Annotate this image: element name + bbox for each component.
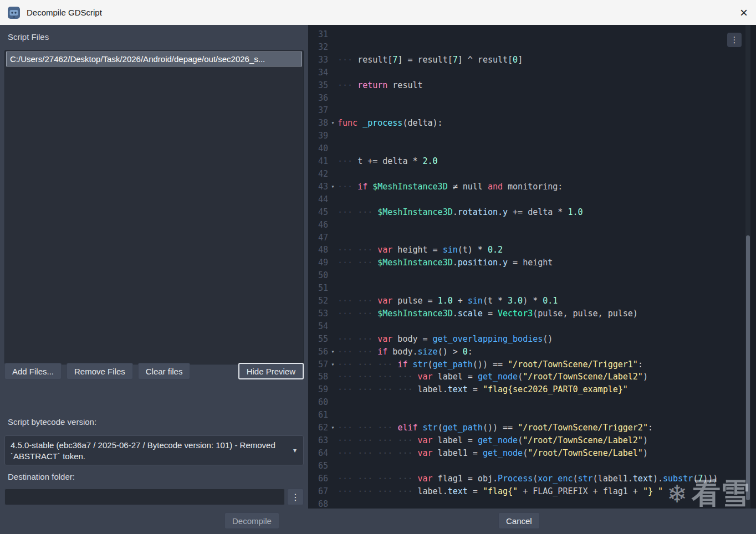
code-token: str	[578, 474, 593, 484]
line-number: 32	[308, 41, 328, 54]
script-preview-editor[interactable]: 313233··· result[7] = result[7] ^ result…	[308, 25, 756, 509]
code-line: 53··· ··· $MeshInstance3D.scale = Vector…	[308, 307, 744, 320]
bytecode-version-value: 4.5.0-stable (ebc36a7 / 2025-06-27 / Byt…	[11, 440, 275, 461]
code-token: (label1.	[593, 474, 633, 484]
fold-arrow-icon[interactable]: ▾	[328, 346, 338, 358]
app-icon	[7, 6, 21, 19]
bytecode-version-label: Script bytecode version:	[8, 417, 96, 427]
fold-arrow-icon[interactable]: ▾	[328, 117, 338, 130]
code-token: str	[423, 423, 438, 433]
destination-folder-input[interactable]	[4, 489, 285, 505]
code-token	[357, 118, 362, 128]
clear-files-button[interactable]: Clear files	[138, 363, 191, 379]
code-text: ··· ··· $MeshInstance3D.position.y = hei…	[338, 256, 553, 269]
tab-indent-marker: ···	[338, 360, 357, 369]
line-number: 60	[308, 396, 328, 409]
code-token: var	[377, 334, 392, 344]
code-token: "/root/TownScene/Label"	[528, 448, 643, 458]
fold-gutter	[328, 371, 338, 383]
tab-indent-marker: ···	[357, 207, 377, 217]
fold-gutter	[328, 409, 338, 422]
code-token: .	[453, 258, 458, 268]
code-token: if	[377, 347, 387, 357]
code-token: 7	[698, 474, 703, 484]
code-token: (	[518, 372, 523, 382]
code-token: .	[453, 309, 458, 319]
editor-scrollbar-thumb[interactable]	[746, 235, 750, 500]
fold-gutter	[328, 92, 338, 105]
line-number: 48	[308, 244, 328, 256]
code-line: 68	[308, 498, 744, 509]
code-token: "/root/TownScene/Trigger2"	[518, 423, 648, 433]
code-token: var	[418, 372, 433, 382]
close-icon[interactable]: ×	[740, 6, 748, 19]
code-token: )	[643, 435, 648, 445]
code-line: 63··· ··· ··· ··· var label = get_node("…	[308, 434, 744, 447]
remove-files-button[interactable]: Remove Files	[67, 363, 133, 379]
line-number: 37	[308, 104, 328, 117]
bytecode-version-dropdown[interactable]: 4.5.0-stable (ebc36a7 / 2025-06-27 / Byt…	[4, 435, 304, 465]
file-buttons-row: Add Files... Remove Files Clear files	[4, 363, 190, 379]
code-line: 47	[308, 232, 744, 244]
file-list-item[interactable]: C:/Users/27462/Desktop/Task/2026/Android…	[6, 52, 302, 66]
fold-arrow-icon[interactable]: ▾	[328, 181, 338, 193]
fold-arrow-icon[interactable]: ▾	[328, 358, 338, 371]
code-token: ()) ==	[483, 423, 518, 433]
code-token: pulse =	[392, 296, 437, 306]
line-number: 40	[308, 142, 328, 155]
line-number: 53	[308, 307, 328, 320]
tab-indent-marker: ···	[397, 474, 417, 484]
code-token: var	[418, 435, 433, 445]
code-line: 51	[308, 282, 744, 295]
tab-indent-marker: ···	[338, 334, 357, 344]
line-number: 54	[308, 320, 328, 333]
decompile-gdscript-dialog: Decompile GDScript × Script Files C:/Use…	[0, 0, 756, 534]
code-token: (	[693, 474, 698, 484]
fold-arrow-icon[interactable]: ▾	[328, 422, 338, 434]
code-token: += delta *	[508, 207, 568, 217]
tab-indent-marker: ···	[377, 435, 397, 445]
code-token: 1.0	[568, 207, 583, 217]
code-line: 45··· ··· $MeshInstance3D.rotation.y += …	[308, 206, 744, 219]
code-token: sin	[468, 296, 483, 306]
code-token: (	[428, 360, 433, 369]
code-text: ··· ··· ··· ··· var label = get_node("/r…	[338, 371, 648, 383]
fold-gutter	[328, 54, 338, 66]
browse-folder-kebab-icon[interactable]: ⋮	[287, 489, 304, 505]
hide-preview-button[interactable]: Hide Preview	[238, 363, 304, 379]
fold-gutter	[328, 232, 338, 244]
code-token: ()	[543, 334, 553, 344]
code-token: =	[468, 384, 483, 394]
code-token: result	[387, 80, 422, 90]
code-line: 36	[308, 92, 744, 105]
code-token: () >	[438, 347, 463, 357]
script-files-label: Script Files	[8, 32, 49, 42]
tab-indent-marker: ···	[338, 258, 357, 268]
tab-indent-marker: ···	[338, 474, 357, 484]
decompile-button[interactable]: Decompile	[224, 512, 279, 529]
editor-menu-kebab-icon[interactable]: ⋮	[727, 33, 742, 47]
code-line: 33··· result[7] = result[7] ^ result[0]	[308, 54, 744, 66]
script-file-list[interactable]: C:/Users/27462/Desktop/Task/2026/Android…	[4, 50, 304, 364]
code-token: 3.0	[508, 296, 523, 306]
code-line: 59··· ··· ··· ··· label.text = "flag{sec…	[308, 383, 744, 396]
code-token: ).	[653, 474, 663, 484]
fold-gutter	[328, 168, 338, 181]
code-token: (	[518, 435, 523, 445]
line-number: 59	[308, 383, 328, 396]
code-line: 41··· t += delta * 2.0	[308, 155, 744, 168]
code-line: 55··· ··· var body = get_overlapping_bod…	[308, 333, 744, 346]
tab-indent-marker: ···	[397, 448, 417, 458]
tab-indent-marker: ···	[357, 384, 377, 394]
code-line: 43▾··· if $MeshInstance3D ≠ null and mon…	[308, 181, 744, 193]
code-token: get_path	[443, 423, 483, 433]
code-token: if	[357, 182, 367, 192]
add-files-button[interactable]: Add Files...	[4, 363, 62, 379]
cancel-button[interactable]: Cancel	[498, 512, 540, 529]
fold-gutter	[328, 434, 338, 447]
code-token: monitoring:	[503, 182, 563, 192]
code-token: 2.0	[423, 156, 438, 166]
window-edge-strip	[750, 25, 756, 509]
line-number: 50	[308, 269, 328, 282]
code-token: "} "	[643, 486, 663, 496]
